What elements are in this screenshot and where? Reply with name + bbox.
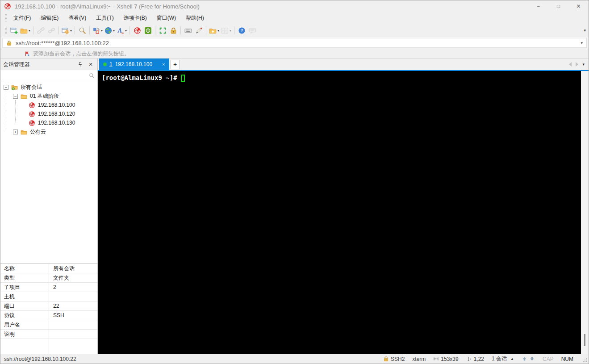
close-button[interactable]: ✕ xyxy=(568,0,589,12)
session-properties-button[interactable]: ▾ xyxy=(61,25,73,36)
tab-scroll-right-icon[interactable] xyxy=(576,62,578,67)
tab-close-icon[interactable]: × xyxy=(162,62,165,67)
property-row: 协议 SSH xyxy=(0,311,97,320)
close-panel-button[interactable]: ✕ xyxy=(87,60,95,68)
tree-item-folder-basic[interactable]: − 01 基础阶段 xyxy=(0,92,97,100)
address-field[interactable]: ssh://root:******@192.168.10.100:22 ▾ xyxy=(2,38,587,48)
tree-expander[interactable]: − xyxy=(13,94,18,99)
title-bar: 192.168.10.100 - root@AlmaLinux9:~ - Xsh… xyxy=(0,0,589,12)
highlight-pen-icon xyxy=(195,27,203,34)
property-row: 说明 xyxy=(0,330,97,339)
tab-list-dropdown-icon[interactable]: ▾ xyxy=(582,62,585,67)
terminal-wrap: [root@AlmaLinux9 ~]# xyxy=(98,71,589,354)
toolbar-separator xyxy=(33,26,33,34)
toolbar-overflow-button[interactable]: ▾ xyxy=(584,28,586,33)
virtual-keyboard-button[interactable] xyxy=(183,25,193,36)
notice-bar: 要添加当前会话，点击左侧的箭头按钮。 xyxy=(0,49,589,59)
maximize-button[interactable]: □ xyxy=(548,0,568,12)
terminal-screen[interactable]: [root@AlmaLinux9 ~]# xyxy=(98,71,581,354)
property-key: 协议 xyxy=(0,311,49,320)
property-value xyxy=(49,330,97,339)
tree-item-session-130[interactable]: 192.168.10.130 xyxy=(0,118,97,127)
web-browser-button[interactable]: ▾ xyxy=(104,25,116,36)
status-size-label: 153x39 xyxy=(441,356,458,362)
layout-button[interactable]: ▾ xyxy=(92,25,104,36)
lock-screen-button[interactable] xyxy=(168,25,179,36)
find-button[interactable] xyxy=(77,25,88,36)
toolbar-separator xyxy=(75,26,75,34)
xshell-app-icon xyxy=(4,3,11,10)
lock-icon xyxy=(6,40,12,46)
property-value: 所有会话 xyxy=(49,264,97,273)
chevron-down-icon: ▾ xyxy=(29,29,30,33)
tab-scroll-left-icon[interactable] xyxy=(569,62,572,67)
status-screen-size: 153x39 xyxy=(433,356,458,362)
font-color-button[interactable]: ▾ xyxy=(116,25,128,36)
pin-panel-button[interactable] xyxy=(76,60,84,68)
session-manager-panel: 会话管理器 ✕ − 所有会话 − 01 基础阶段 xyxy=(0,59,98,354)
status-session-count[interactable]: 1 会话 ▲ xyxy=(492,355,514,363)
xshell-session-icon xyxy=(28,120,36,126)
resize-grip[interactable] xyxy=(583,358,587,362)
status-protocol-label: SSH2 xyxy=(391,356,405,362)
tab-session-active[interactable]: 1 192.168.10.100 × xyxy=(99,59,169,70)
menubar-drag-handle[interactable] xyxy=(5,14,7,21)
xftp-button[interactable] xyxy=(142,25,153,36)
address-dropdown-button[interactable]: ▾ xyxy=(581,41,583,45)
chevron-down-icon: ▾ xyxy=(70,29,72,33)
sessions-root-folder-icon xyxy=(11,84,18,91)
arrow-up-icon[interactable] xyxy=(522,356,527,362)
xshell-session-icon xyxy=(28,102,36,109)
new-tab-button[interactable]: + xyxy=(171,60,180,69)
connected-status-dot xyxy=(103,63,107,66)
session-list-dropup-icon[interactable]: ▲ xyxy=(510,357,514,361)
session-properties-icon xyxy=(62,27,69,34)
property-key: 子项目 xyxy=(0,283,49,292)
property-key: 主机 xyxy=(0,292,49,301)
highlight-pen-button[interactable] xyxy=(193,25,204,36)
session-properties-grid: 名称 所有会话 类型 文件夹 子项目 2 主机 端口 22 xyxy=(0,264,97,354)
property-value: 2 xyxy=(49,283,97,292)
tree-item-folder-public-cloud[interactable]: + 公有云 xyxy=(0,127,97,136)
tree-item-all-sessions[interactable]: − 所有会话 xyxy=(0,83,97,92)
fullscreen-button[interactable] xyxy=(157,25,168,36)
open-session-folder-button[interactable]: ▾ xyxy=(19,25,31,36)
menu-tabs[interactable]: 选项卡(B) xyxy=(119,13,152,23)
toolbar-drag-handle[interactable] xyxy=(5,27,7,34)
tree-item-session-100[interactable]: 192.168.10.100 xyxy=(0,100,97,109)
menu-file[interactable]: 文件(F) xyxy=(8,13,36,23)
menu-view[interactable]: 查看(V) xyxy=(63,13,91,23)
chevron-down-icon: ▾ xyxy=(125,29,127,33)
menu-edit[interactable]: 编辑(E) xyxy=(36,13,63,23)
feedback-bubble-icon xyxy=(249,27,256,34)
property-value: SSH xyxy=(49,311,97,320)
window-title: 192.168.10.100 - root@AlmaLinux9:~ - Xsh… xyxy=(15,3,200,10)
caps-lock-indicator: CAP xyxy=(543,356,554,362)
tree-expander[interactable]: + xyxy=(13,130,18,134)
tree-item-session-120[interactable]: 192.168.10.120 xyxy=(0,109,97,118)
xshell-button[interactable] xyxy=(132,25,142,36)
lock-icon xyxy=(170,27,177,34)
session-search-input[interactable] xyxy=(3,72,89,79)
session-count-label: 1 会话 xyxy=(492,355,507,363)
toolbar-separator xyxy=(155,26,155,34)
new-session-button[interactable] xyxy=(8,25,19,36)
menu-tools[interactable]: 工具(T) xyxy=(91,13,118,23)
scrollbar-thumb[interactable] xyxy=(584,334,585,346)
address-bar: ssh://root:******@192.168.10.100:22 ▾ xyxy=(0,37,589,49)
reconnect-button xyxy=(46,25,57,36)
tree-item-label: 公有云 xyxy=(30,128,46,136)
property-key: 端口 xyxy=(0,301,49,310)
menu-help[interactable]: 帮助(H) xyxy=(181,13,209,23)
property-value: 22 xyxy=(49,301,97,310)
help-button[interactable] xyxy=(236,25,247,36)
terminal-scrollbar[interactable] xyxy=(581,71,589,354)
tab-nav-controls: ▾ xyxy=(569,59,589,70)
layout-icon xyxy=(92,27,100,34)
minimize-button[interactable]: − xyxy=(528,0,548,12)
menu-window[interactable]: 窗口(W) xyxy=(152,13,181,23)
xshell-icon xyxy=(134,27,141,34)
arrow-down-icon[interactable] xyxy=(529,356,535,362)
new-terminal-folder-button[interactable]: ▾ xyxy=(208,25,220,36)
tree-expander[interactable]: − xyxy=(4,85,8,90)
